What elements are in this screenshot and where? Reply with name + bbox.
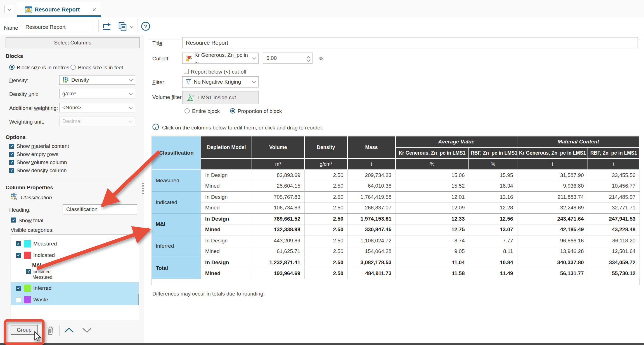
density-dropdown[interactable]: Density [59, 75, 135, 85]
copy-report-icon[interactable] [117, 21, 128, 32]
table-row: M&IIn Design789,661.522.501,974,153.8112… [152, 213, 640, 224]
volume-filter-button[interactable]: LMS1 inside cut [182, 91, 259, 104]
table-value-cell: 484,911.73 [347, 268, 396, 279]
category-group-mi[interactable]: M&IIndicatedMeasured [11, 261, 139, 282]
table-value-cell: 61,625.71 [252, 246, 304, 257]
table-header-depletion-model[interactable]: Depletion Model [201, 136, 252, 159]
move-up-icon[interactable] [64, 327, 74, 333]
additional-weighting-dropdown[interactable]: <None> [59, 103, 135, 112]
title-input[interactable] [182, 37, 638, 48]
svg-text:?: ? [144, 23, 147, 29]
radio-block-size-metres-label[interactable]: Block size is in metres [17, 65, 69, 71]
spinner-arrows[interactable] [307, 56, 312, 60]
table-group-header[interactable]: Average Value [396, 136, 517, 147]
option-label[interactable]: Show density column [16, 167, 67, 174]
name-input[interactable] [22, 22, 92, 32]
table-header-volume[interactable]: Volume [252, 136, 304, 159]
tab-close-icon[interactable]: × [92, 7, 96, 13]
category-row-inferred[interactable]: Inferred [11, 282, 139, 294]
table-header-grade-column[interactable]: Kr Generous, Zn_pc in LMS1 [517, 147, 588, 159]
table-unit-cell: t [588, 159, 640, 170]
radio-entire-block-label[interactable]: Entire block [192, 108, 220, 114]
radio-proportion-of-block-label[interactable]: Proportion of block [238, 108, 282, 114]
select-columns-button[interactable]: Select Columns [6, 37, 140, 48]
svg-text:A: A [14, 195, 17, 201]
spinner-up-icon[interactable] [307, 56, 309, 58]
category-row-indicated[interactable]: Indicated [11, 249, 139, 261]
cutoff-amount-spinner[interactable]: 5.00 [263, 53, 312, 64]
table-category-cell: Total [152, 257, 201, 279]
help-icon[interactable]: ? [141, 22, 150, 31]
export-report-icon[interactable] [101, 22, 112, 32]
category-checkbox[interactable] [16, 241, 21, 246]
option-label[interactable]: Show material content [16, 143, 69, 149]
option-label[interactable]: Show empty rows [16, 151, 58, 157]
option-checkbox[interactable] [9, 160, 14, 165]
table-value-cell: 31,587.90 [517, 170, 588, 181]
category-row-waste[interactable]: Waste [11, 294, 139, 305]
radio-block-size-feet-label[interactable]: Block size is in feet [78, 65, 123, 71]
option-row[interactable]: Show empty rows [9, 150, 69, 158]
table-header-classification[interactable]: Classification [152, 136, 201, 170]
table-header-mass[interactable]: Mass [347, 136, 396, 159]
spinner-down-icon[interactable] [307, 59, 309, 60]
delete-trash-icon[interactable] [46, 326, 55, 335]
radio-entire-block[interactable] [184, 108, 190, 114]
radio-proportion-of-block[interactable] [230, 108, 235, 114]
table-unit-cell: g/cm³ [304, 159, 347, 170]
category-group-member: Measured [32, 275, 52, 280]
tab-resource-report[interactable]: Resource Report × [17, 2, 101, 17]
option-row[interactable]: Show density column [9, 166, 69, 174]
table-value-cell: 15.06 [396, 170, 469, 181]
table-category-cell: Inferred [152, 235, 201, 257]
radio-block-size-metres[interactable] [9, 65, 15, 70]
heading-label: Heading: [9, 207, 30, 213]
density-unit-dropdown[interactable]: g/cm³ [59, 89, 135, 98]
option-checkbox[interactable] [9, 152, 14, 157]
report-below-cutoff-checkbox[interactable] [184, 69, 189, 74]
heading-input[interactable] [63, 204, 137, 214]
table-header-grade-column[interactable]: RBF, Zn_pc in LMS1 [588, 147, 640, 159]
table-group-header[interactable]: Material Content [517, 136, 640, 147]
show-total-label[interactable]: Show total [18, 218, 43, 224]
option-checkbox[interactable] [9, 168, 14, 173]
table-header-grade-column[interactable]: RBF, Zn_pc in LMS1 [469, 147, 517, 159]
category-color-swatch [24, 285, 31, 292]
table-row: Mined25,604.152.5064,010.3815.5216.349,9… [152, 181, 640, 192]
move-down-icon[interactable] [82, 327, 92, 333]
table-value-cell: 266,837.07 [347, 202, 396, 213]
copy-menu-chevron-icon[interactable] [130, 25, 133, 28]
option-checkbox[interactable] [9, 144, 14, 149]
cutoff-amount-value: 5.00 [263, 55, 307, 61]
panel-splitter-handle[interactable] [142, 183, 144, 194]
radio-block-size-feet[interactable] [70, 65, 76, 70]
table-value-cell: 13,946.28 [517, 246, 588, 257]
category-checkbox[interactable] [16, 253, 21, 258]
option-row[interactable]: Show volume column [9, 158, 69, 166]
show-total-checkbox[interactable] [11, 218, 16, 223]
category-checkbox[interactable] [16, 286, 21, 291]
table-header-density[interactable]: Density [304, 136, 347, 159]
table-value-cell: 83,893.69 [252, 170, 304, 181]
filter-dropdown[interactable]: No Negative Kriging [182, 76, 259, 88]
category-checkbox[interactable] [16, 297, 21, 302]
table-header[interactable]: ClassificationDepletion ModelVolumeDensi… [152, 136, 640, 170]
table-value-cell: 56,131.77 [517, 268, 588, 279]
option-row[interactable]: Show material content [9, 142, 69, 150]
cutoff-estimator-dropdown[interactable]: Kr Generous, Zn_pc in ... [182, 53, 259, 64]
group-button[interactable]: Group [11, 325, 38, 335]
table-value-cell: 2.50 [304, 257, 347, 268]
category-row-measured[interactable]: Measured [11, 238, 139, 249]
report-gold-icon [25, 6, 32, 14]
tab-list-dropdown-button[interactable] [4, 5, 14, 13]
weighting-unit-dropdown: Decimal [59, 117, 135, 126]
table-value-cell: 1,108,024.72 [347, 235, 396, 246]
table-value-cell: 247,941.53 [588, 213, 640, 224]
option-label[interactable]: Show volume column [16, 159, 67, 166]
report-below-cutoff-label[interactable]: Report below (<) cut-off [191, 69, 247, 75]
table-value-cell: 12.01 [396, 192, 469, 202]
column-properties-heading: Column Properties [6, 185, 53, 191]
category-checkbox[interactable] [26, 269, 31, 274]
table-value-cell: 11.58 [396, 268, 469, 279]
table-header-grade-column[interactable]: Kr Generous, Zn_pc in LMS1 [396, 147, 469, 159]
